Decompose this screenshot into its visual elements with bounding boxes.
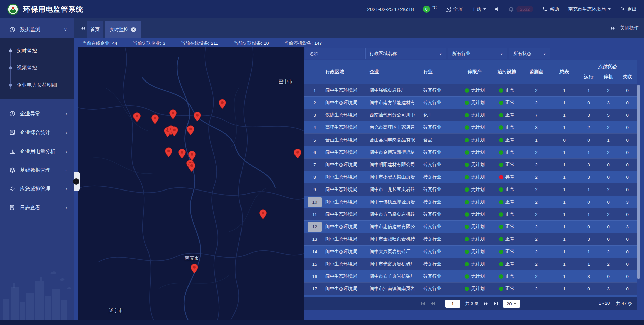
table-row[interactable]: 8 阆中生态环境局 阆中市枣碧大梁山页岩 砖瓦行业 无计划 异常 2 1 3 0…: [304, 171, 637, 183]
table-row[interactable]: 16 阆中生态环境局 阆中市石子页岩机砖厂 砖瓦行业 无计划 正常 2 1 3 …: [304, 270, 637, 282]
sidebar-collapse-handle[interactable]: ‹: [74, 172, 80, 191]
fullscreen-icon: [446, 7, 451, 12]
cell-industry: 砖瓦行业: [423, 236, 458, 242]
log-file-icon: [9, 205, 16, 211]
map-pin[interactable]: [178, 149, 186, 159]
map-pin[interactable]: [188, 151, 196, 161]
region-filter-select[interactable]: 行政区域名称 ∨: [365, 48, 446, 59]
temperature-unit: ℃: [432, 5, 437, 10]
stat-online-enterprises: 当前在线企业:44: [82, 40, 117, 46]
chevron-down-icon: [514, 303, 516, 305]
sidebar-item-data-monitoring[interactable]: 数据监测 ∨: [0, 21, 74, 38]
status-filter-select[interactable]: 所有状态 ∨: [509, 48, 550, 59]
table-row[interactable]: 4 高坪生态环境局 南充市高坪区王家店建 砖瓦行业 无计划 正常 3 1 2 2…: [304, 121, 637, 133]
temperature-value: 0: [423, 6, 430, 13]
first-page-button[interactable]: [421, 302, 425, 306]
bullet-dot-icon: [9, 66, 12, 69]
tab-home[interactable]: 首页: [87, 21, 103, 38]
tab-close-icon[interactable]: [131, 27, 136, 32]
table-row[interactable]: 17 阆中生态环境局 阆中市江南镇阆南页岩 砖瓦行业 无计划 正常 2 1 0 …: [304, 282, 637, 295]
sidebar-item-emergency-reduction[interactable]: 应急减排管理 ‹: [0, 179, 74, 198]
table-row[interactable]: 5 营山生态环境局 营山县润丰肉食品有限 食品 无计划 正常 1 0 0 1 0: [304, 133, 637, 146]
cell-stop-limit: 无计划: [458, 100, 491, 106]
app-header: 环保用电监管系统 2021-02-25 17:46:18 0 ℃ 全屏 主题: [0, 0, 644, 18]
status-dot-icon: [499, 262, 503, 266]
sidebar-item-realtime-monitoring[interactable]: 实时监控: [0, 42, 74, 59]
table-row[interactable]: 10 阆中生态环境局 阆中千佛镇五郎垭页岩 砖瓦行业 无计划 正常 2 1 0 …: [304, 196, 637, 208]
cell-monitor-points: 3: [523, 125, 550, 130]
table-row[interactable]: 3 仪陇生态环境局 西南油气田分公司川中 化工 无计划 正常 7 1 3 5 0: [304, 109, 637, 121]
logout-button[interactable]: 退出: [620, 6, 637, 12]
table-row[interactable]: 2 阆中生态环境局 阆中市南方节能建材有 砖瓦行业 无计划 正常 2 1 0 3…: [304, 96, 637, 109]
megaphone-icon: [9, 186, 16, 192]
next-page-button[interactable]: [484, 302, 488, 306]
cell-stopped: 0: [599, 274, 618, 279]
table-scrollbar[interactable]: [637, 85, 640, 279]
sidebar-item-video-monitoring[interactable]: 视频监控: [0, 59, 74, 76]
map-pin[interactable]: [259, 209, 267, 219]
table-row[interactable]: 1 阆中生态环境局 阆中强锐页岩砖厂 砖瓦行业 无计划 正常 2 1 1 2 0: [304, 84, 637, 96]
table-row[interactable]: 9 阆中生态环境局 阆中市二龙长宝页岩砖 砖瓦行业 无计划 正常 2 1 1 2…: [304, 183, 637, 196]
page-title: 环保用电监管系统: [23, 5, 84, 14]
mute-button[interactable]: [495, 7, 499, 11]
table-row[interactable]: 12 阆中生态环境局 阆中市忠信建材有限公 砖瓦行业 无计划 正常 2 1 0 …: [304, 220, 637, 233]
fullscreen-button[interactable]: 全屏: [446, 6, 463, 12]
sidebar-item-enterprise-abnormal[interactable]: 企业异常 ‹: [0, 104, 74, 123]
sidebar-item-electricity-analysis[interactable]: 企业用电量分析 ‹: [0, 142, 74, 161]
map-pin[interactable]: [188, 162, 196, 172]
status-dot-icon: [465, 88, 469, 93]
name-filter-input[interactable]: [305, 48, 364, 59]
map-pin[interactable]: [187, 125, 195, 136]
map-pin[interactable]: [194, 112, 201, 122]
map-panel[interactable]: 巴中市南充市遂宁市: [78, 47, 304, 320]
cell-monitor-points: 2: [523, 100, 550, 105]
sidebar-item-power-load-detail[interactable]: 企业电力负荷明细: [0, 76, 74, 94]
tabs-scroll-left-button[interactable]: [78, 23, 87, 33]
table-row[interactable]: 14 阆中生态环境局 阆中大兴页岩机砖厂 砖瓦行业 无计划 正常 2 1 1 2…: [304, 245, 637, 258]
map-pin[interactable]: [133, 112, 141, 122]
sidebar-item-base-data-management[interactable]: 基础数据管理 ‹: [0, 161, 74, 179]
page-size-select[interactable]: 20: [503, 300, 520, 308]
map-pin[interactable]: [169, 109, 177, 119]
cell-stopped: 0: [599, 224, 618, 229]
sidebar-item-enterprise-statistics[interactable]: 企业综合统计 ‹: [0, 123, 74, 142]
sidebar-item-log-view[interactable]: 日志查看 ‹: [0, 198, 74, 217]
page-number-input[interactable]: [445, 300, 460, 308]
cell-enterprise: 阆中市金福旺页岩机砖: [370, 236, 423, 242]
table-row[interactable]: 15 阆中生态环境局 阆中市光富页岩机砖厂 砖瓦行业 无计划 正常 2 1 1 …: [304, 258, 637, 270]
map-pin[interactable]: [191, 264, 198, 274]
help-button[interactable]: 帮助: [542, 6, 559, 12]
tab-realtime-monitoring[interactable]: 实时监控: [105, 21, 141, 38]
cell-total-meter: 1: [550, 187, 578, 192]
bell-icon: [508, 7, 514, 12]
map-pin[interactable]: [151, 114, 159, 124]
sidebar-item-label: 基础数据管理: [20, 167, 50, 173]
stat-online-devices: 当前在线设备:211: [181, 40, 218, 46]
organization-menu[interactable]: 南充市生态环境局: [568, 6, 611, 12]
map-pin[interactable]: [219, 99, 226, 109]
theme-menu[interactable]: 主题: [472, 6, 486, 12]
table-row[interactable]: 6 阆中生态环境局 阆中市金博瑞新型墙材 砖瓦行业 无计划 正常 2 1 1 2…: [304, 146, 637, 158]
table-row[interactable]: 11 阆中生态环境局 阆中市五马桥页岩机砖 砖瓦行业 无计划 正常 2 1 1 …: [304, 208, 637, 220]
previous-page-button[interactable]: [430, 302, 435, 306]
map-pin[interactable]: [165, 147, 173, 157]
map-pin[interactable]: [171, 126, 178, 137]
cell-industry: 砖瓦行业: [423, 286, 458, 292]
map-pin[interactable]: [294, 149, 302, 159]
close-operations-button[interactable]: 关闭操作: [620, 23, 639, 33]
cell-industry: 砖瓦行业: [423, 273, 458, 279]
status-dot-icon: [499, 150, 503, 155]
cell-running: 0: [578, 138, 599, 143]
name-search-input[interactable]: [305, 48, 364, 59]
cell-industry: 砖瓦行业: [423, 186, 458, 193]
notifications[interactable]: 2632: [508, 6, 533, 12]
pagination-bar: 共 3 页 20 1 - 20 共 47 条: [304, 297, 637, 310]
table-row[interactable]: 18 南部生态环境局 南部县瑞华页岩机砖有 砖瓦行业 无计划 正常 2 1 0 …: [304, 295, 637, 297]
industry-filter-select[interactable]: 所有行业 ∨: [448, 48, 507, 59]
cell-disconnected: 3: [618, 224, 637, 229]
tabs-scroll-right-button[interactable]: [609, 23, 618, 33]
table-row[interactable]: 13 阆中生态环境局 阆中市金福旺页岩机砖 砖瓦行业 无计划 正常 2 1 3 …: [304, 233, 637, 245]
cell-monitor-points: 2: [523, 88, 550, 93]
table-row[interactable]: 7 阆中生态环境局 阆中明阳建材有限公司 砖瓦行业 无计划 正常 2 1 3 0…: [304, 158, 637, 171]
last-page-button[interactable]: [493, 302, 498, 306]
